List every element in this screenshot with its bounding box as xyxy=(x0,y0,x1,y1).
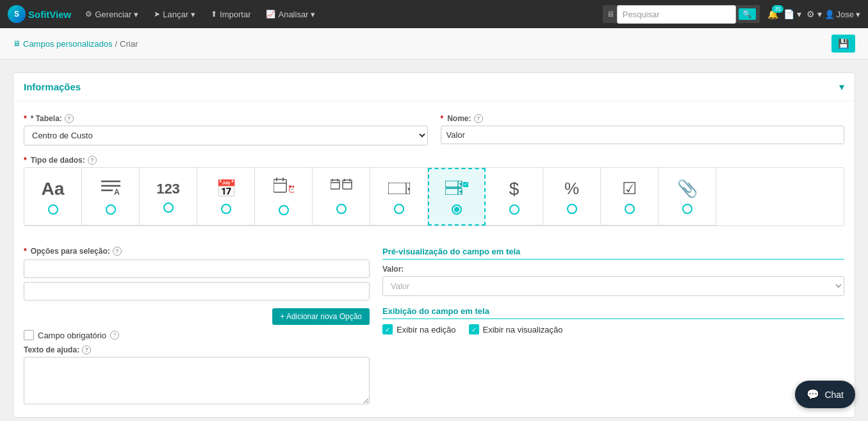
opcoes-label: * Opções para seleção: ? xyxy=(24,247,370,256)
breadcrumb-bar: 🖥 Campos personalizados / Criar 💾 xyxy=(0,28,868,60)
radio-datetime[interactable] xyxy=(279,205,289,215)
chevron-down-icon: ▾ xyxy=(856,10,860,19)
show-view-label: Exibir na visualização xyxy=(483,325,563,334)
chat-label: Chat xyxy=(824,390,844,400)
data-type-multiselect[interactable]: ▾ ▾ ✓ xyxy=(428,168,486,226)
collapse-toggle[interactable]: ▾ xyxy=(839,81,844,93)
radio-daterange[interactable] xyxy=(336,204,347,214)
multiselect-icon: ▾ ▾ ✓ xyxy=(445,179,468,199)
mandatory-checkbox[interactable] xyxy=(24,330,34,340)
help-text-group: Texto de ajuda: ? xyxy=(24,345,370,404)
breadcrumb-current: Criar xyxy=(120,39,138,49)
svg-text:▾: ▾ xyxy=(407,186,410,192)
nav-lancar[interactable]: ➤ Lançar ▾ xyxy=(147,0,202,28)
import-icon: ⬆ xyxy=(211,10,217,19)
form-row-1: * * Tabela: ? Centro de Custo * Nome: ? xyxy=(24,114,844,145)
settings-button[interactable]: ⚙ ▾ xyxy=(807,9,822,19)
tabela-select[interactable]: Centro de Custo xyxy=(24,126,428,145)
daterange-icon xyxy=(331,179,352,199)
logo-text: SofitView xyxy=(28,9,71,20)
radio-select[interactable] xyxy=(394,204,404,214)
radio-attachment[interactable] xyxy=(682,204,692,214)
preview-section-title: Pré-visualização do campo em tela xyxy=(382,247,844,260)
display-section: Exibição do campo em tela ✓ Exibir na ed… xyxy=(382,306,844,334)
notifications-button[interactable]: 🔔 35 xyxy=(767,9,778,19)
data-type-attachment[interactable]: 📎 xyxy=(659,168,716,226)
number-icon: 123 xyxy=(156,181,180,197)
chevron-down-icon: ▾ xyxy=(191,10,195,19)
percent-icon: % xyxy=(564,179,579,199)
data-type-datetime[interactable]: ⏰ xyxy=(255,168,313,226)
nome-label: * Nome: ? xyxy=(441,114,845,123)
radio-text[interactable] xyxy=(48,204,58,215)
chevron-down-icon: ▾ xyxy=(311,10,315,19)
data-type-select[interactable]: ▾ xyxy=(370,168,428,226)
data-type-checkbox[interactable]: ☑ xyxy=(601,168,659,226)
radio-currency[interactable] xyxy=(509,204,520,215)
radio-checkbox[interactable] xyxy=(625,204,635,214)
svg-text:✓: ✓ xyxy=(464,181,468,187)
card-header: Informações ▾ xyxy=(13,73,855,101)
options-area xyxy=(24,260,370,301)
user-icon: 👤 xyxy=(824,10,835,19)
nav-icons: 🔔 35 📄 ▾ ⚙ ▾ xyxy=(767,9,822,19)
show-view-checkbox[interactable]: ✓ xyxy=(469,324,479,334)
show-view-item: ✓ Exibir na visualização xyxy=(469,324,563,334)
data-type-text[interactable]: Aa xyxy=(24,168,82,226)
currency-icon: $ xyxy=(509,179,520,199)
tabela-help-icon[interactable]: ? xyxy=(65,114,74,123)
tipo-dados-group: * Tipo de dados: ? Aa A xyxy=(24,156,844,236)
display-row: ✓ Exibir na edição ✓ Exibir na visualiza… xyxy=(382,324,844,334)
breadcrumb-link[interactable]: Campos personalizados xyxy=(23,39,112,49)
nav-gerenciar[interactable]: ⚙ Gerenciar ▾ xyxy=(79,0,145,28)
notifications-badge: 35 xyxy=(772,5,783,13)
select-icon: ▾ xyxy=(388,179,410,199)
chat-button[interactable]: 💬 Chat xyxy=(795,381,855,408)
svg-rect-17 xyxy=(388,183,410,194)
radio-textarea[interactable] xyxy=(106,204,116,215)
data-type-number[interactable]: 123 xyxy=(140,168,197,226)
opcoes-help-icon[interactable]: ? xyxy=(113,247,122,256)
data-types-grid: Aa A 123 xyxy=(24,167,844,226)
radio-date[interactable] xyxy=(221,204,231,214)
radio-number[interactable] xyxy=(163,202,174,213)
logo[interactable]: S SofitView xyxy=(8,5,71,23)
data-type-textarea[interactable]: A xyxy=(82,168,140,226)
left-column: * Opções para seleção: ? + Adicionar nov… xyxy=(24,247,370,404)
nome-help-icon[interactable]: ? xyxy=(474,114,483,123)
preview-select[interactable]: Valor xyxy=(382,276,844,296)
save-button[interactable]: 💾 xyxy=(831,35,855,53)
radio-percent[interactable] xyxy=(567,204,577,214)
svg-rect-9 xyxy=(331,180,340,189)
data-type-currency[interactable]: $ xyxy=(486,168,543,226)
checkbox-icon: ☑ xyxy=(622,179,637,199)
svg-rect-4 xyxy=(274,179,286,192)
add-option-button[interactable]: + Adicionar nova Opção xyxy=(272,308,370,325)
user-menu[interactable]: 👤 Jose ▾ xyxy=(824,10,860,19)
help-text-help-icon[interactable]: ? xyxy=(82,345,91,354)
mandatory-help-icon[interactable]: ? xyxy=(110,331,119,340)
help-text-input[interactable] xyxy=(24,357,370,404)
informacoes-card: Informações ▾ * * Tabela: ? Centro de Cu… xyxy=(13,72,855,418)
search-input[interactable] xyxy=(617,5,736,24)
data-type-date[interactable]: 📅 xyxy=(197,168,255,226)
option-text-1[interactable] xyxy=(24,260,370,278)
data-type-daterange[interactable] xyxy=(313,168,370,226)
show-edit-checkbox[interactable]: ✓ xyxy=(382,324,393,334)
breadcrumb-separator: / xyxy=(115,39,117,49)
tabela-group: * * Tabela: ? Centro de Custo xyxy=(24,114,428,145)
breadcrumb: 🖥 Campos personalizados / Criar xyxy=(13,39,138,49)
nav-analisar[interactable]: 📈 Analisar ▾ xyxy=(259,0,322,28)
nav-importar[interactable]: ⬆ Importar xyxy=(204,0,257,28)
tipo-dados-help-icon[interactable]: ? xyxy=(88,156,97,165)
data-type-percent[interactable]: % xyxy=(543,168,601,226)
search-button[interactable]: 🔍 xyxy=(739,8,756,20)
logo-icon: S xyxy=(8,5,26,23)
option-text-2[interactable] xyxy=(24,282,370,301)
textarea-icon: A xyxy=(101,178,120,199)
documents-button[interactable]: 📄 ▾ xyxy=(783,9,801,19)
radio-multiselect[interactable] xyxy=(452,204,462,215)
preview-field-label: Valor: xyxy=(382,265,844,274)
svg-text:▾: ▾ xyxy=(459,189,462,195)
nome-input[interactable] xyxy=(441,126,845,144)
